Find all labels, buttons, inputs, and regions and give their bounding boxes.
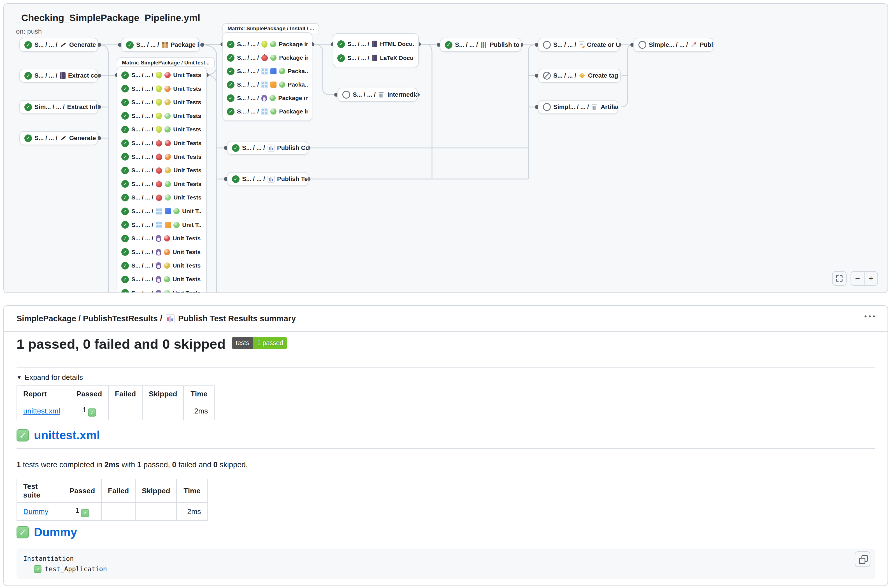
red-icon [164, 235, 170, 242]
workflow-node-test[interactable]: ✓S... / ... /Publish Test Re...14s [227, 172, 309, 186]
bar-chart-icon [166, 314, 174, 323]
status-success-icon: ✓ [121, 85, 129, 93]
penguin-icon [261, 94, 267, 101]
matrix-job-node[interactable]: ✓S... / ... /Unit Tests - ...19s [121, 96, 202, 109]
matrix-job-node[interactable]: ✓S... / ... /Unit Tests - ...28s [121, 136, 202, 150]
workflow-node-a[interactable]: ✓S... / ... /Generate pipelin...3s [19, 38, 98, 52]
report-heading: ✓ unittest.xml [16, 429, 875, 449]
node-prefix: S... / ... / [131, 86, 153, 92]
zoom-out-button[interactable]: − [851, 272, 865, 285]
test-output-block: Instantiation ✓ test_Application [16, 549, 875, 579]
fullscreen-button[interactable] [832, 271, 847, 286]
test-class-name: Instantiation [23, 554, 868, 564]
workflow-node-code[interactable]: ✓S... / ... /Publish Code C...22s [227, 141, 309, 155]
red-icon [165, 140, 171, 146]
report-heading-link[interactable]: unittest.xml [34, 429, 100, 442]
penguin-icon [156, 262, 161, 269]
suite-link[interactable]: Dummy [23, 507, 48, 516]
node-label: Unit Tests - ... [174, 153, 202, 160]
matrix-job-node[interactable]: ✓S... / ... /HTML Docu...1m 46s [337, 37, 414, 51]
node-label: Packa... [288, 68, 308, 75]
report-link[interactable]: unittest.xml [23, 407, 60, 415]
copy-button[interactable] [855, 551, 870, 567]
matrix-job-node[interactable]: ✓S... / ... /Unit Tests - ...16s [121, 232, 202, 245]
workflow-node-b[interactable]: ✓S... / ... /Extract configur...6s [19, 69, 98, 82]
matrix-job-node[interactable]: ✓S... / ... /Package ins...11s [227, 38, 308, 51]
workflow-node-cu[interactable]: S... / ... /Create or Update R... [538, 38, 619, 52]
node-prefix: S... / ... / [242, 144, 265, 152]
workflow-node-e[interactable]: ✓S... / ... /Package in Sou...18s [121, 38, 200, 52]
matrix-job-node[interactable]: ✓S... / ... /Unit Tests - ...27s [121, 177, 202, 191]
workflow-node-inter[interactable]: S... / ... /Intermediate Artifa... [337, 88, 418, 102]
node-prefix: Simple... / ... / [649, 41, 688, 48]
status-success-icon: ✓ [227, 40, 234, 48]
workflow-node-cleanup[interactable]: Simpl... / ... /Artifact Cleanup [538, 100, 618, 114]
matrix-job-node[interactable]: ✓S... / ... /Unit Tests - ...15s [121, 259, 202, 272]
yellow-icon [165, 99, 171, 105]
matrix-job-node[interactable]: ✓S... / ... /Unit Tests - ...14s [121, 286, 202, 293]
matrix-job-node[interactable]: ✓S... / ... /Unit Tests - ...40s [121, 191, 202, 204]
matrix-job-node[interactable]: ✓S... / ... /Unit Tests - ...20s [121, 109, 202, 123]
workflow-node-pypi[interactable]: Simple... / ... /Publish to PyPI [633, 38, 714, 52]
matrix-job-node[interactable]: ✓S... / ... /Unit Tests - ...25s [121, 164, 202, 177]
node-prefix: S... / ... / [131, 126, 153, 133]
matrix-job-node[interactable]: ✓S... / ... /Packa...1m 45s [227, 64, 308, 78]
workflow-node-ghp[interactable]: ✓S... / ... /Publish to GH-P...7s [440, 38, 521, 52]
node-prefix: S... / ... / [131, 222, 153, 228]
node-prefix: S... / ... / [237, 81, 259, 88]
node-prefix: S... / ... / [237, 68, 259, 75]
penguin-icon [156, 235, 161, 242]
status-success-icon: ✓ [121, 99, 129, 106]
zoom-in-button[interactable]: + [865, 272, 877, 285]
matrix-job-node[interactable]: ✓S... / ... /Unit T...2m 3s [121, 218, 202, 232]
pear-icon [156, 112, 162, 119]
workflow-graph-panel[interactable]: _Checking_SimplePackage_Pipeline.yml on:… [3, 3, 888, 293]
node-prefix: S... / ... / [131, 167, 153, 174]
matrix-job-node[interactable]: ✓S... / ... /Package ins...14s [227, 51, 308, 64]
matrix-job-node[interactable]: ✓S... / ... /Package ins...22s [227, 105, 308, 118]
expand-details-toggle[interactable]: ▼ Expand for details [16, 373, 83, 382]
matrix-job-node[interactable]: ✓S... / ... /Unit Tests - ...36s [121, 68, 202, 82]
node-prefix: S... / ... / [237, 41, 259, 48]
node-prefix: S... / ... / [347, 40, 369, 47]
matrix-group-tab: Matrix: SimplePackage / UnitTest... [117, 57, 214, 67]
memo-icon [579, 42, 585, 48]
matrix-job-node[interactable]: ✓S... / ... /Package inst...9s [227, 92, 308, 105]
node-prefix: S... / ... / [131, 208, 153, 214]
node-label: Unit Tests - ... [173, 126, 202, 133]
workflow-node-d[interactable]: ✓S... / ... /Generate pipelin...4s [19, 131, 98, 145]
report-table: ReportPassed FailedSkipped Time unittest… [16, 386, 214, 420]
notebook-icon [372, 55, 377, 62]
node-label: Package ins... [279, 41, 308, 48]
matrix-job-node[interactable]: ✓S... / ... /Unit Tests - ...14s [121, 273, 202, 286]
node-prefix: S... / ... / [131, 249, 153, 255]
notebook-icon [60, 72, 66, 79]
breadcrumb-title: Publish Test Results summary [178, 314, 296, 323]
node-label: Publish to GH-P... [490, 41, 521, 48]
pencil-icon [60, 135, 67, 141]
suite-heading-link[interactable]: Dummy [34, 525, 77, 539]
matrix-job-node[interactable]: ✓S... / ... /Unit Tests - ...13s [121, 245, 202, 259]
summary-header: SimplePackage / PublishTestResults / Pub… [4, 306, 888, 332]
window-icon [261, 68, 268, 75]
node-prefix: S... / ... / [131, 72, 153, 78]
workflow-node-tag[interactable]: S... / ... /Create tag '${{ in...0s [538, 69, 621, 82]
node-label: Unit T... [182, 222, 202, 228]
status-success-icon: ✓ [24, 72, 32, 80]
success-check-icon: ✓ [16, 526, 29, 538]
kebab-menu-button[interactable] [865, 315, 875, 317]
matrix-job-node[interactable]: ✓S... / ... /Unit T...2m 7s [121, 204, 202, 218]
matrix-job-node[interactable]: ✓S... / ... /Unit Tests - ...39s [121, 82, 202, 96]
matrix-job-node[interactable]: ✓S... / ... /Unit Tests - ...30s [121, 150, 202, 164]
passed-check-icon: ✓ [81, 509, 89, 517]
matrix-job-node[interactable]: ✓S... / ... /Packa...1m 48s [227, 78, 308, 92]
status-success-icon: ✓ [121, 180, 129, 188]
green-icon [270, 95, 276, 101]
breadcrumb-prefix: SimplePackage / PublishTestResults / [16, 314, 162, 323]
status-skipped-icon [543, 103, 551, 111]
matrix-job-node[interactable]: ✓S... / ... /Unit Tests - ...18s [121, 123, 202, 136]
matrix-job-node[interactable]: ✓S... / ... /LaTeX Docu...1m 18s [337, 51, 414, 65]
chart-icon [268, 176, 274, 183]
badge-label: tests [232, 337, 253, 349]
workflow-node-c[interactable]: ✓Sim... / ... /Extract Information4s [19, 100, 98, 114]
